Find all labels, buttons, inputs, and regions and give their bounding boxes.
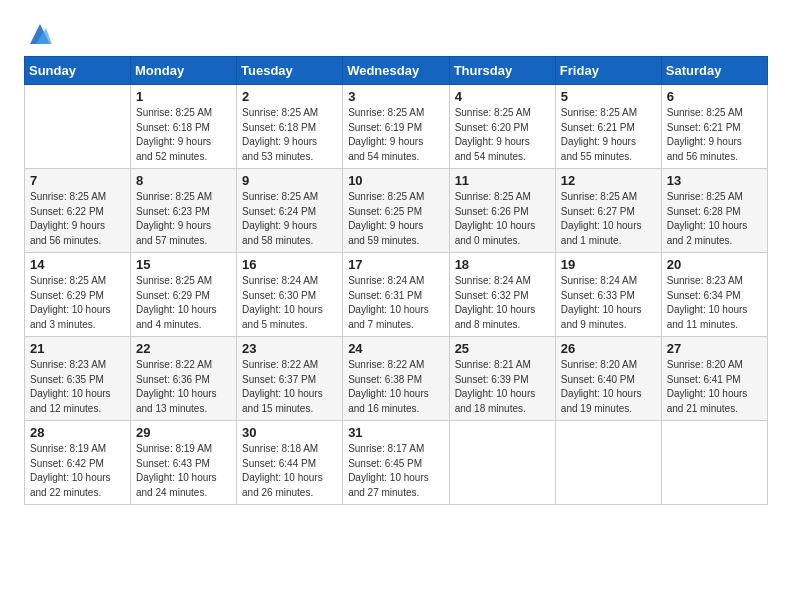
calendar-cell: 15Sunrise: 8:25 AM Sunset: 6:29 PM Dayli… xyxy=(131,253,237,337)
week-row-1: 1Sunrise: 8:25 AM Sunset: 6:18 PM Daylig… xyxy=(25,85,768,169)
day-number: 2 xyxy=(242,89,337,104)
logo-icon xyxy=(26,20,54,48)
day-number: 24 xyxy=(348,341,443,356)
day-info: Sunrise: 8:25 AM Sunset: 6:27 PM Dayligh… xyxy=(561,190,656,248)
day-info: Sunrise: 8:24 AM Sunset: 6:32 PM Dayligh… xyxy=(455,274,550,332)
day-info: Sunrise: 8:17 AM Sunset: 6:45 PM Dayligh… xyxy=(348,442,443,500)
day-info: Sunrise: 8:25 AM Sunset: 6:28 PM Dayligh… xyxy=(667,190,762,248)
day-number: 11 xyxy=(455,173,550,188)
day-info: Sunrise: 8:25 AM Sunset: 6:26 PM Dayligh… xyxy=(455,190,550,248)
day-info: Sunrise: 8:18 AM Sunset: 6:44 PM Dayligh… xyxy=(242,442,337,500)
day-number: 23 xyxy=(242,341,337,356)
day-number: 26 xyxy=(561,341,656,356)
day-number: 1 xyxy=(136,89,231,104)
calendar-cell: 8Sunrise: 8:25 AM Sunset: 6:23 PM Daylig… xyxy=(131,169,237,253)
calendar-cell: 12Sunrise: 8:25 AM Sunset: 6:27 PM Dayli… xyxy=(555,169,661,253)
day-number: 4 xyxy=(455,89,550,104)
calendar-cell: 10Sunrise: 8:25 AM Sunset: 6:25 PM Dayli… xyxy=(343,169,449,253)
day-number: 8 xyxy=(136,173,231,188)
day-info: Sunrise: 8:20 AM Sunset: 6:41 PM Dayligh… xyxy=(667,358,762,416)
calendar-cell: 4Sunrise: 8:25 AM Sunset: 6:20 PM Daylig… xyxy=(449,85,555,169)
day-number: 20 xyxy=(667,257,762,272)
day-number: 27 xyxy=(667,341,762,356)
calendar-cell: 29Sunrise: 8:19 AM Sunset: 6:43 PM Dayli… xyxy=(131,421,237,505)
calendar-cell: 30Sunrise: 8:18 AM Sunset: 6:44 PM Dayli… xyxy=(237,421,343,505)
calendar-cell: 3Sunrise: 8:25 AM Sunset: 6:19 PM Daylig… xyxy=(343,85,449,169)
day-info: Sunrise: 8:24 AM Sunset: 6:30 PM Dayligh… xyxy=(242,274,337,332)
calendar-cell: 13Sunrise: 8:25 AM Sunset: 6:28 PM Dayli… xyxy=(661,169,767,253)
calendar-cell: 26Sunrise: 8:20 AM Sunset: 6:40 PM Dayli… xyxy=(555,337,661,421)
week-row-3: 14Sunrise: 8:25 AM Sunset: 6:29 PM Dayli… xyxy=(25,253,768,337)
calendar-cell xyxy=(661,421,767,505)
day-info: Sunrise: 8:21 AM Sunset: 6:39 PM Dayligh… xyxy=(455,358,550,416)
calendar-cell: 7Sunrise: 8:25 AM Sunset: 6:22 PM Daylig… xyxy=(25,169,131,253)
calendar-cell: 18Sunrise: 8:24 AM Sunset: 6:32 PM Dayli… xyxy=(449,253,555,337)
calendar-cell: 25Sunrise: 8:21 AM Sunset: 6:39 PM Dayli… xyxy=(449,337,555,421)
day-number: 3 xyxy=(348,89,443,104)
weekday-header-sunday: Sunday xyxy=(25,57,131,85)
week-row-5: 28Sunrise: 8:19 AM Sunset: 6:42 PM Dayli… xyxy=(25,421,768,505)
day-info: Sunrise: 8:25 AM Sunset: 6:24 PM Dayligh… xyxy=(242,190,337,248)
day-number: 7 xyxy=(30,173,125,188)
day-info: Sunrise: 8:25 AM Sunset: 6:22 PM Dayligh… xyxy=(30,190,125,248)
day-info: Sunrise: 8:25 AM Sunset: 6:29 PM Dayligh… xyxy=(136,274,231,332)
weekday-header-thursday: Thursday xyxy=(449,57,555,85)
day-info: Sunrise: 8:23 AM Sunset: 6:34 PM Dayligh… xyxy=(667,274,762,332)
day-number: 21 xyxy=(30,341,125,356)
calendar-cell: 20Sunrise: 8:23 AM Sunset: 6:34 PM Dayli… xyxy=(661,253,767,337)
day-info: Sunrise: 8:25 AM Sunset: 6:25 PM Dayligh… xyxy=(348,190,443,248)
calendar-cell: 24Sunrise: 8:22 AM Sunset: 6:38 PM Dayli… xyxy=(343,337,449,421)
day-info: Sunrise: 8:22 AM Sunset: 6:37 PM Dayligh… xyxy=(242,358,337,416)
day-info: Sunrise: 8:22 AM Sunset: 6:38 PM Dayligh… xyxy=(348,358,443,416)
day-number: 30 xyxy=(242,425,337,440)
calendar-cell: 21Sunrise: 8:23 AM Sunset: 6:35 PM Dayli… xyxy=(25,337,131,421)
calendar-table: SundayMondayTuesdayWednesdayThursdayFrid… xyxy=(24,56,768,505)
day-info: Sunrise: 8:19 AM Sunset: 6:42 PM Dayligh… xyxy=(30,442,125,500)
day-info: Sunrise: 8:25 AM Sunset: 6:20 PM Dayligh… xyxy=(455,106,550,164)
calendar-cell xyxy=(25,85,131,169)
day-info: Sunrise: 8:23 AM Sunset: 6:35 PM Dayligh… xyxy=(30,358,125,416)
weekday-header-saturday: Saturday xyxy=(661,57,767,85)
calendar-cell: 5Sunrise: 8:25 AM Sunset: 6:21 PM Daylig… xyxy=(555,85,661,169)
calendar-cell xyxy=(555,421,661,505)
day-number: 16 xyxy=(242,257,337,272)
day-info: Sunrise: 8:25 AM Sunset: 6:29 PM Dayligh… xyxy=(30,274,125,332)
day-number: 12 xyxy=(561,173,656,188)
day-info: Sunrise: 8:24 AM Sunset: 6:33 PM Dayligh… xyxy=(561,274,656,332)
calendar-cell: 27Sunrise: 8:20 AM Sunset: 6:41 PM Dayli… xyxy=(661,337,767,421)
day-number: 10 xyxy=(348,173,443,188)
day-number: 6 xyxy=(667,89,762,104)
logo xyxy=(24,20,54,48)
day-number: 14 xyxy=(30,257,125,272)
calendar-cell: 14Sunrise: 8:25 AM Sunset: 6:29 PM Dayli… xyxy=(25,253,131,337)
calendar-cell: 23Sunrise: 8:22 AM Sunset: 6:37 PM Dayli… xyxy=(237,337,343,421)
page-header xyxy=(24,20,768,48)
calendar-cell: 6Sunrise: 8:25 AM Sunset: 6:21 PM Daylig… xyxy=(661,85,767,169)
weekday-header-tuesday: Tuesday xyxy=(237,57,343,85)
day-number: 22 xyxy=(136,341,231,356)
day-number: 13 xyxy=(667,173,762,188)
weekday-header-row: SundayMondayTuesdayWednesdayThursdayFrid… xyxy=(25,57,768,85)
calendar-cell: 19Sunrise: 8:24 AM Sunset: 6:33 PM Dayli… xyxy=(555,253,661,337)
day-number: 9 xyxy=(242,173,337,188)
day-info: Sunrise: 8:24 AM Sunset: 6:31 PM Dayligh… xyxy=(348,274,443,332)
day-info: Sunrise: 8:25 AM Sunset: 6:18 PM Dayligh… xyxy=(242,106,337,164)
week-row-2: 7Sunrise: 8:25 AM Sunset: 6:22 PM Daylig… xyxy=(25,169,768,253)
day-info: Sunrise: 8:25 AM Sunset: 6:23 PM Dayligh… xyxy=(136,190,231,248)
calendar-cell xyxy=(449,421,555,505)
day-number: 25 xyxy=(455,341,550,356)
weekday-header-friday: Friday xyxy=(555,57,661,85)
day-info: Sunrise: 8:22 AM Sunset: 6:36 PM Dayligh… xyxy=(136,358,231,416)
day-info: Sunrise: 8:25 AM Sunset: 6:19 PM Dayligh… xyxy=(348,106,443,164)
calendar-cell: 22Sunrise: 8:22 AM Sunset: 6:36 PM Dayli… xyxy=(131,337,237,421)
day-number: 17 xyxy=(348,257,443,272)
weekday-header-wednesday: Wednesday xyxy=(343,57,449,85)
day-info: Sunrise: 8:19 AM Sunset: 6:43 PM Dayligh… xyxy=(136,442,231,500)
day-number: 5 xyxy=(561,89,656,104)
day-number: 28 xyxy=(30,425,125,440)
calendar-cell: 31Sunrise: 8:17 AM Sunset: 6:45 PM Dayli… xyxy=(343,421,449,505)
calendar-cell: 1Sunrise: 8:25 AM Sunset: 6:18 PM Daylig… xyxy=(131,85,237,169)
calendar-cell: 9Sunrise: 8:25 AM Sunset: 6:24 PM Daylig… xyxy=(237,169,343,253)
week-row-4: 21Sunrise: 8:23 AM Sunset: 6:35 PM Dayli… xyxy=(25,337,768,421)
day-number: 15 xyxy=(136,257,231,272)
